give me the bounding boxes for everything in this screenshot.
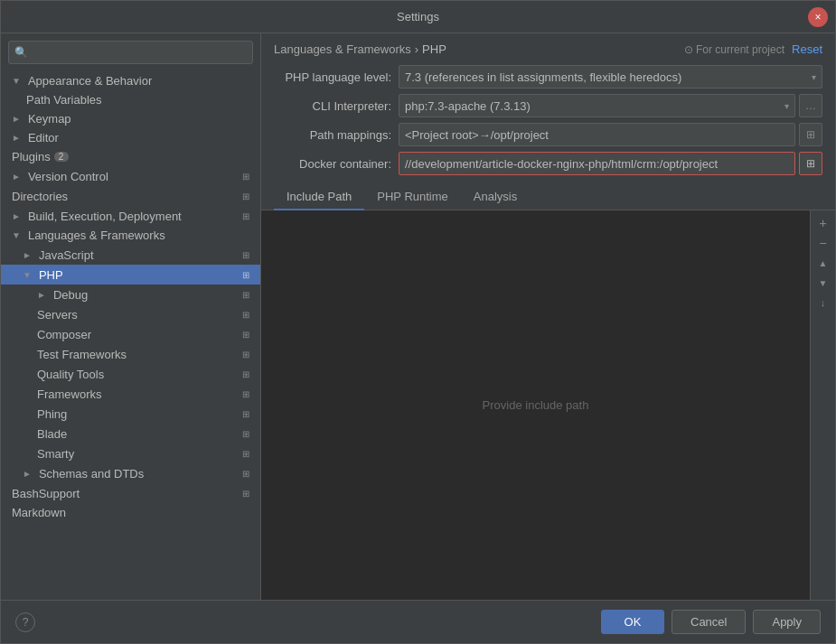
tabs-bar: Include Path PHP Runtime Analysis [261,184,835,210]
php-language-select[interactable]: 7.3 (references in list assignments, fle… [399,65,822,89]
sidebar-label: Blade [37,427,67,441]
sidebar-item-smarty[interactable]: Smarty ⊞ [1,443,260,463]
php-language-row: PHP language level: 7.3 (references in l… [274,65,822,89]
sidebar-item-directories[interactable]: Directories ⊞ [1,186,260,206]
footer-actions: OK Cancel Apply [601,610,821,634]
help-button[interactable]: ? [15,612,35,632]
sidebar-label: Phing [37,407,67,421]
search-box[interactable]: 🔍 [8,41,253,64]
sidebar-label: Appearance & Behavior [28,74,152,88]
sidebar-item-path-variables[interactable]: Path Variables [1,90,260,109]
right-header: Languages & Frameworks › PHP ⊙ For curre… [261,33,835,56]
copy-icon: ⊞ [239,347,253,361]
sidebar-label: Build, Execution, Deployment [28,210,182,223]
sidebar-item-test-frameworks[interactable]: Test Frameworks ⊞ [1,344,260,364]
sidebar-label: Editor [28,131,59,145]
sidebar-item-php[interactable]: ▼ PHP ⊞ [1,265,260,285]
sidebar-item-composer[interactable]: Composer ⊞ [1,324,260,344]
sidebar-item-version-control[interactable]: ► Version Control ⊞ [1,166,260,186]
sidebar-label: Composer [37,328,91,341]
expand-arrow: ► [12,114,21,124]
expand-arrow: ► [37,290,46,300]
header-actions: ⊙ For current project Reset [684,42,822,56]
move-down-button[interactable]: ▼ [814,274,832,292]
sidebar-item-build[interactable]: ► Build, Execution, Deployment ⊞ [1,206,260,226]
cli-interpreter-select[interactable]: php:7.3-apache (7.3.13) ▾ [399,94,795,117]
sidebar-item-markdown[interactable]: Markdown [1,503,260,522]
sidebar-label: Directories [12,190,68,203]
sidebar-item-blade[interactable]: Blade ⊞ [1,424,260,443]
copy-icon: ⊞ [239,247,253,262]
remove-path-button[interactable]: − [814,234,832,252]
sidebar-label: Smarty [37,447,74,461]
apply-button[interactable]: Apply [753,610,821,634]
copy-icon: ⊞ [239,406,253,421]
empty-path-hint: Provide include path [483,398,589,412]
sidebar-item-schemas[interactable]: ► Schemas and DTDs ⊞ [1,463,260,483]
sidebar-label: JavaScript [39,248,94,262]
php-language-label: PHP language level: [274,70,391,84]
sidebar-item-quality-tools[interactable]: Quality Tools ⊞ [1,364,260,384]
dialog-title: Settings [397,10,439,23]
close-button[interactable]: × [808,7,828,27]
path-toolbar: + − ▲ ▼ ↓ [810,210,835,600]
chevron-down-icon: ▾ [784,101,789,111]
sidebar-item-phing[interactable]: Phing ⊞ [1,404,260,424]
dialog-footer: ? OK Cancel Apply [1,600,835,643]
cli-browse-button[interactable]: … [799,94,822,117]
docker-browse-button[interactable]: ⊞ [799,152,822,175]
tab-include-path[interactable]: Include Path [274,184,364,210]
cli-interpreter-value: php:7.3-apache (7.3.13) [405,99,531,113]
copy-icon: ⊞ [239,327,253,341]
sidebar-item-frameworks[interactable]: Frameworks ⊞ [1,384,260,404]
sidebar-label: Path Variables [26,93,102,107]
expand-arrow: ► [12,133,21,143]
reset-link[interactable]: Reset [792,42,822,56]
path-mappings-input[interactable]: <Project root>→/opt/project [399,123,795,146]
cli-interpreter-control: php:7.3-apache (7.3.13) ▾ … [399,94,822,117]
sidebar-label: Languages & Frameworks [28,229,165,242]
tab-analysis[interactable]: Analysis [461,184,530,210]
sidebar-label: Servers [37,308,78,322]
path-list-area: Provide include path [261,210,810,600]
cli-interpreter-label: CLI Interpreter: [274,99,391,113]
expand-arrow: ▼ [12,230,21,240]
expand-arrow: ▼ [23,270,32,280]
copy-icon: ⊞ [239,387,253,401]
sidebar-item-languages[interactable]: ▼ Languages & Frameworks [1,226,260,245]
copy-icon: ⊞ [239,307,253,322]
sidebar-label: Debug [53,288,88,302]
path-mappings-browse-button[interactable]: ⊞ [799,123,822,146]
sidebar-item-servers[interactable]: Servers ⊞ [1,304,260,324]
copy-icon: ⊞ [239,189,253,203]
copy-icon: ⊞ [239,169,253,183]
sidebar: 🔍 ▼ Appearance & Behavior Path Variables… [1,33,261,600]
sidebar-item-debug[interactable]: ► Debug ⊞ [1,285,260,304]
search-icon: 🔍 [14,46,28,59]
copy-icon: ⊞ [239,367,253,381]
sidebar-item-appearance[interactable]: ▼ Appearance & Behavior [1,71,260,90]
right-panel: Languages & Frameworks › PHP ⊙ For curre… [261,33,835,600]
sidebar-item-javascript[interactable]: ► JavaScript ⊞ [1,245,260,265]
chevron-down-icon: ▾ [812,72,816,82]
tab-php-runtime[interactable]: PHP Runtime [364,184,461,210]
sidebar-label: Markdown [12,506,66,519]
move-bottom-button[interactable]: ↓ [814,294,832,312]
sidebar-item-keymap[interactable]: ► Keymap [1,109,260,128]
add-path-button[interactable]: + [814,214,832,232]
sidebar-item-bashsupport[interactable]: BashSupport ⊞ [1,483,260,503]
docker-container-input[interactable]: //development/article-docker-nginx-php/h… [399,152,795,175]
sidebar-item-plugins[interactable]: Plugins 2 [1,147,260,166]
tab-content: Provide include path + − ▲ ▼ ↓ [261,210,835,600]
copy-icon: ⊞ [239,446,253,461]
ok-button[interactable]: OK [601,610,664,634]
expand-arrow: ► [23,250,32,260]
cancel-button[interactable]: Cancel [672,610,746,634]
plugins-badge: 2 [54,152,69,162]
move-up-button[interactable]: ▲ [814,254,832,272]
path-mappings-label: Path mappings: [274,128,391,142]
sidebar-item-editor[interactable]: ► Editor [1,128,260,147]
docker-container-row: Docker container: //development/article-… [274,152,822,175]
copy-icon: ⊞ [239,209,253,223]
path-mappings-control: <Project root>→/opt/project ⊞ [399,123,822,146]
